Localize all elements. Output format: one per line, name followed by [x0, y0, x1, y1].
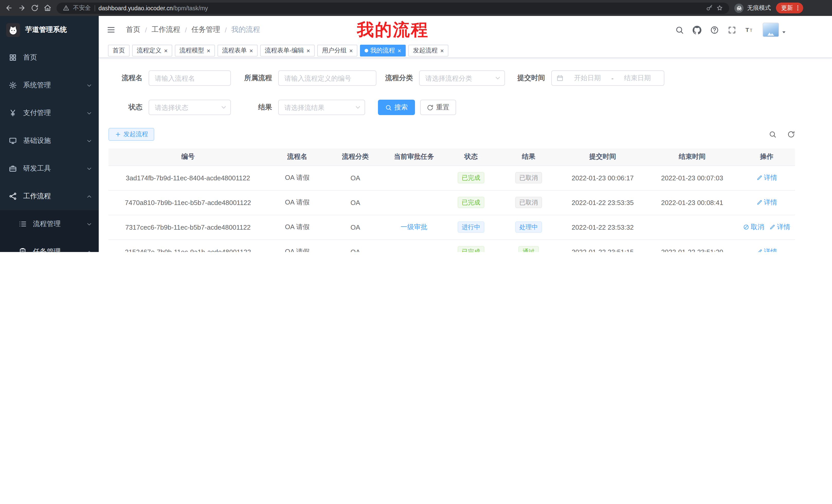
font-size-icon[interactable]: TT [745, 25, 754, 34]
close-tab-icon[interactable]: × [307, 48, 310, 54]
chevron-down-icon [220, 104, 227, 110]
sidebar-item-devtools[interactable]: 研发工具 [0, 155, 99, 183]
collapse-sidebar-icon[interactable] [106, 25, 116, 34]
app-logo-row[interactable]: 芋道管理系统 [0, 16, 99, 44]
category-select-input[interactable] [419, 71, 505, 86]
browser-home-icon[interactable] [44, 4, 51, 12]
password-key-icon[interactable] [706, 5, 713, 11]
close-tab-icon[interactable]: × [250, 48, 253, 54]
browser-update-button[interactable]: 更新 [776, 3, 803, 13]
sidebar-item-infrastructure[interactable]: 基础设施 [0, 127, 99, 155]
process-definition-input[interactable] [278, 71, 376, 86]
sidebar-item-system[interactable]: 系统管理 [0, 72, 99, 99]
app-title: 芋道管理系统 [25, 25, 67, 34]
fullscreen-icon[interactable] [728, 25, 736, 34]
cell-actions: 详情 [738, 165, 795, 190]
tab-3[interactable]: 流程表单× [217, 45, 258, 57]
chevron-up-icon [86, 193, 92, 199]
sidebar-item-process-mgmt[interactable]: 流程管理 [0, 210, 99, 238]
close-tab-icon[interactable]: × [440, 48, 444, 54]
user-menu[interactable] [762, 23, 787, 37]
end-date-placeholder[interactable]: 结束日期 [616, 74, 659, 83]
status-select-input[interactable] [149, 100, 231, 115]
toggle-search-icon[interactable] [769, 131, 777, 138]
cell-status: 已完成 [444, 190, 498, 215]
chevron-down-icon [86, 166, 92, 171]
tab-6[interactable]: 我的流程× [360, 45, 406, 57]
result-tag: 处理中 [515, 221, 542, 233]
cancel-action-link[interactable]: 取消 [743, 222, 764, 232]
detail-action-link[interactable]: 详情 [756, 247, 777, 252]
cell-process-id: 2152467e-7b9b-11ec-9a1b-acde48001122 [108, 240, 267, 252]
cell-submit-time: 2022-01-23 00:06:17 [560, 165, 646, 190]
result-tag: 通过 [518, 246, 539, 252]
infrastructure-icon [9, 137, 17, 145]
bookmark-star-icon[interactable] [716, 5, 723, 11]
navbar: 首页/工作流程/任务管理/我的流程 我的流程 TT [99, 16, 832, 44]
detail-label: 详情 [764, 247, 777, 252]
result-select[interactable] [278, 100, 365, 115]
sidebar-item-workflow[interactable]: 工作流程 [0, 183, 99, 210]
browser-back-icon[interactable] [5, 4, 13, 12]
current-task-link[interactable]: 一级审批 [400, 223, 427, 231]
main-area: 首页/工作流程/任务管理/我的流程 我的流程 TT 首页流程定义×流程模型×流程… [99, 16, 832, 252]
browser-forward-icon[interactable] [18, 4, 26, 12]
help-icon[interactable] [710, 25, 719, 34]
close-tab-icon[interactable]: × [207, 48, 210, 54]
status-select[interactable] [149, 100, 231, 115]
browser-menu-icon[interactable] [795, 5, 801, 11]
cell-submit-time: 2022-01-22 23:53:35 [560, 190, 646, 215]
header-search-icon[interactable] [675, 25, 684, 34]
cell-current-task [384, 240, 444, 252]
cell-status: 已完成 [444, 165, 498, 190]
cell-category: OA [327, 240, 384, 252]
sidebar-item-label: 研发工具 [23, 164, 51, 173]
detail-action-link[interactable]: 详情 [756, 198, 777, 207]
create-process-label: 发起流程 [123, 130, 148, 139]
svg-text:T: T [745, 26, 749, 33]
home-icon [9, 53, 17, 62]
avatar-image [763, 29, 779, 37]
column-header: 操作 [738, 148, 795, 165]
workflow-icon [9, 192, 17, 200]
sidebar-item-payment[interactable]: 支付管理 [0, 99, 99, 127]
close-tab-icon[interactable]: × [164, 48, 167, 54]
submit-time-range-picker[interactable]: 开始日期 - 结束日期 [551, 71, 665, 86]
search-button[interactable]: 搜索 [378, 100, 415, 115]
detail-label: 详情 [777, 222, 790, 232]
detail-action-link[interactable]: 详情 [756, 173, 777, 183]
sidebar-item-label: 工作流程 [23, 192, 51, 201]
url-domain: dashboard.yudao.iocoder.cn [99, 5, 173, 11]
browser-reload-icon[interactable] [31, 4, 38, 12]
security-warning-icon[interactable] [63, 5, 70, 11]
tab-5[interactable]: 用户分组× [317, 45, 357, 57]
tab-7[interactable]: 发起流程× [408, 45, 448, 57]
detail-action-link[interactable]: 详情 [769, 222, 790, 232]
column-header: 编号 [108, 148, 267, 165]
column-header: 状态 [444, 148, 498, 165]
breadcrumb-item[interactable]: 工作流程 [151, 25, 180, 34]
sidebar-item-home[interactable]: 首页 [0, 44, 99, 72]
tab-2[interactable]: 流程模型× [175, 45, 215, 57]
address-bar[interactable]: 不安全 dashboard.yudao.iocoder.cn/bpm/task/… [57, 2, 729, 13]
security-label[interactable]: 不安全 [73, 4, 91, 12]
refresh-table-icon[interactable] [787, 131, 795, 138]
sidebar-item-task-mgmt[interactable]: 任务管理 [0, 238, 99, 252]
url-text[interactable]: dashboard.yudao.iocoder.cn/bpm/task/my [99, 5, 208, 11]
start-date-placeholder[interactable]: 开始日期 [566, 74, 609, 83]
avatar[interactable] [762, 23, 779, 37]
tab-0[interactable]: 首页 [108, 45, 130, 57]
tab-4[interactable]: 流程表单-编辑× [260, 45, 315, 57]
close-tab-icon[interactable]: × [349, 48, 353, 54]
breadcrumb-item[interactable]: 首页 [126, 25, 140, 34]
result-select-input[interactable] [278, 100, 365, 115]
tab-1[interactable]: 流程定义× [132, 45, 172, 57]
breadcrumb-item[interactable]: 任务管理 [191, 25, 220, 34]
process-name-input[interactable] [149, 71, 231, 86]
github-icon[interactable] [693, 25, 701, 34]
close-tab-icon[interactable]: × [397, 48, 401, 54]
category-select[interactable] [419, 71, 505, 86]
create-process-button[interactable]: 发起流程 [108, 128, 154, 141]
reset-button[interactable]: 重置 [420, 100, 456, 115]
cell-process-name: OA 请假 [267, 165, 327, 190]
